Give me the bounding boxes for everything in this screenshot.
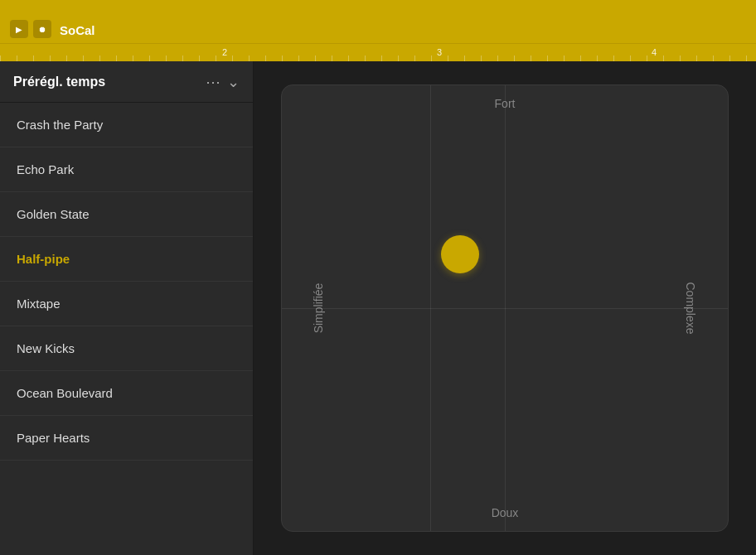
app-title: SoCal bbox=[60, 23, 95, 37]
chevron-down-icon[interactable]: ⌄ bbox=[227, 75, 240, 89]
ruler-tick-minor bbox=[199, 56, 200, 61]
sidebar-list: Crash the PartyEcho ParkGolden StateHalf… bbox=[0, 103, 253, 555]
ruler-tick-minor bbox=[0, 56, 1, 61]
ruler-tick-minor bbox=[83, 56, 84, 61]
xy-pad[interactable]: Fort Doux Simplifiée Complexe bbox=[281, 84, 729, 532]
ruler-tick-minor bbox=[531, 56, 531, 61]
ruler-tick-minor bbox=[249, 56, 250, 61]
ruler-tick-minor bbox=[564, 56, 565, 61]
ruler-tick-minor bbox=[398, 56, 399, 61]
ruler-tick-minor bbox=[663, 56, 664, 61]
ruler-tick-minor bbox=[365, 56, 366, 61]
sidebar-header-icons: ⋯ ⌄ bbox=[206, 75, 240, 89]
sidebar-header-title: Prérégl. temps bbox=[13, 75, 206, 89]
play-icon[interactable]: ▶ bbox=[10, 20, 28, 38]
ruler-tick-minor bbox=[50, 56, 51, 61]
list-item[interactable]: Half-pipe bbox=[0, 237, 253, 282]
ruler-tick-minor bbox=[116, 56, 117, 61]
list-item-label: Half-pipe bbox=[17, 252, 70, 266]
record-icon[interactable]: ⏺ bbox=[33, 20, 51, 38]
ruler-tick-minor bbox=[282, 56, 283, 61]
ruler-tick-minor bbox=[746, 56, 747, 61]
xy-area: Fort Doux Simplifiée Complexe bbox=[254, 61, 756, 555]
ruler-tick-minor bbox=[332, 56, 332, 61]
ruler-tick-minor bbox=[182, 56, 183, 61]
ruler-tick-minor bbox=[630, 56, 631, 61]
ruler-tick-minor bbox=[381, 56, 382, 61]
sidebar-header: Prérégl. temps ⋯ ⌄ bbox=[0, 61, 253, 103]
ruler-tick-minor bbox=[414, 56, 415, 61]
list-item-label: Golden State bbox=[17, 207, 90, 221]
ruler-tick-minor bbox=[348, 56, 349, 61]
more-icon[interactable]: ⋯ bbox=[206, 75, 220, 89]
list-item[interactable]: Echo Park bbox=[0, 147, 253, 192]
titlebar-icons: ▶ ⏺ bbox=[10, 20, 51, 38]
ruler-tick-minor bbox=[481, 56, 482, 61]
titlebar: ▶ ⏺ SoCal bbox=[0, 0, 756, 43]
ruler-tick-minor bbox=[216, 56, 216, 61]
sidebar: Prérégl. temps ⋯ ⌄ Crash the PartyEcho P… bbox=[0, 61, 254, 555]
ruler-mark: 2 bbox=[222, 47, 227, 57]
ruler-tick-minor bbox=[497, 56, 498, 61]
ruler-tick-minor bbox=[298, 56, 299, 61]
list-item[interactable]: New Kicks bbox=[0, 326, 253, 371]
ruler-tick-minor bbox=[713, 56, 714, 61]
ruler-tick-minor bbox=[431, 56, 432, 61]
list-item-label: Ocean Boulevard bbox=[17, 386, 113, 400]
ruler-tick-minor bbox=[729, 56, 730, 61]
ruler-tick-minor bbox=[33, 56, 34, 61]
ruler-tick-minor bbox=[265, 56, 266, 61]
xy-dot[interactable] bbox=[441, 235, 479, 273]
xy-label-right: Complexe bbox=[683, 282, 696, 334]
ruler-tick-minor bbox=[680, 56, 681, 61]
main-content: Prérégl. temps ⋯ ⌄ Crash the PartyEcho P… bbox=[0, 61, 756, 555]
ruler-tick-minor bbox=[149, 56, 150, 61]
list-item[interactable]: Mixtape bbox=[0, 282, 253, 326]
list-item[interactable]: Ocean Boulevard bbox=[0, 371, 253, 416]
ruler-marks: 234 bbox=[0, 44, 756, 61]
ruler-tick-minor bbox=[547, 56, 548, 61]
list-item-label: New Kicks bbox=[17, 341, 75, 355]
ruler: 234 bbox=[0, 43, 756, 61]
ruler-tick-minor bbox=[464, 56, 465, 61]
ruler-mark: 3 bbox=[437, 47, 442, 57]
ruler-tick-minor bbox=[514, 56, 515, 61]
xy-grid-line bbox=[430, 85, 431, 531]
list-item-label: Echo Park bbox=[17, 162, 74, 176]
list-item[interactable]: Crash the Party bbox=[0, 103, 253, 147]
list-item-label: Paper Hearts bbox=[17, 431, 90, 445]
ruler-tick-minor bbox=[66, 56, 67, 61]
xy-label-bottom: Doux bbox=[492, 506, 519, 519]
ruler-tick-minor bbox=[696, 56, 697, 61]
xy-label-left: Simplifiée bbox=[312, 283, 325, 334]
ruler-tick-minor bbox=[647, 56, 647, 61]
ruler-tick-minor bbox=[580, 56, 581, 61]
ruler-tick-minor bbox=[315, 56, 316, 61]
ruler-tick-minor bbox=[613, 56, 614, 61]
ruler-tick-minor bbox=[597, 56, 598, 61]
ruler-mark: 4 bbox=[652, 47, 657, 57]
list-item-label: Mixtape bbox=[17, 297, 61, 311]
ruler-tick-minor bbox=[17, 56, 17, 61]
ruler-tick-minor bbox=[133, 56, 133, 61]
xy-label-top: Fort bbox=[495, 97, 516, 110]
ruler-tick-minor bbox=[99, 56, 100, 61]
list-item-label: Crash the Party bbox=[17, 118, 103, 132]
list-item[interactable]: Golden State bbox=[0, 192, 253, 237]
ruler-tick-minor bbox=[166, 56, 167, 61]
ruler-tick-minor bbox=[232, 56, 233, 61]
ruler-tick-minor bbox=[448, 56, 448, 61]
list-item[interactable]: Paper Hearts bbox=[0, 416, 253, 461]
